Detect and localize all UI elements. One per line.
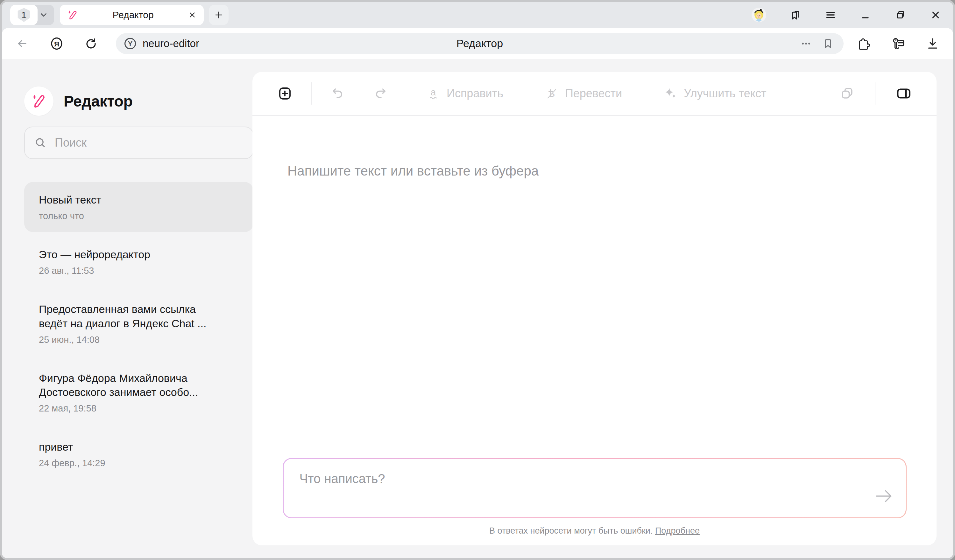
app-title: Редактор — [64, 92, 132, 110]
history-item-time: 26 авг., 11:53 — [39, 265, 239, 276]
history-item-title: Это — нейроредактор — [39, 247, 219, 262]
page-title: Редактор — [116, 37, 844, 50]
extensions-puzzle-icon[interactable] — [858, 37, 872, 51]
toolbar-divider — [311, 83, 312, 105]
search-icon — [34, 136, 47, 150]
reload-icon[interactable] — [84, 37, 98, 51]
history-list: Новый текст только что Это — нейроредакт… — [24, 182, 254, 484]
editor-card: а Исправить ѣ Перевести — [252, 72, 936, 545]
learn-more-link[interactable]: Подробнее — [655, 526, 700, 535]
redo-button[interactable] — [373, 86, 388, 101]
ai-disclaimer: В ответах нейросети могут быть ошибки. П… — [489, 526, 700, 536]
search-input[interactable] — [54, 136, 244, 150]
translate-label: Перевести — [565, 87, 622, 100]
history-item-time: 24 февр., 14:29 — [39, 458, 239, 468]
app-logo — [24, 86, 53, 116]
tab-strip: 1 Редактор — [2, 2, 953, 28]
translate-button[interactable]: ѣ Перевести — [545, 86, 622, 100]
svg-text:Я: Я — [54, 40, 59, 48]
panel-toggle-icon — [896, 86, 912, 101]
improve-text-label: Улучшить текст — [684, 87, 766, 100]
tab-close-icon[interactable] — [188, 11, 197, 19]
prompt-input[interactable] — [299, 471, 867, 509]
browser-window: 1 Редактор — [0, 0, 955, 560]
bookmarks-panel-icon[interactable] — [789, 9, 802, 21]
undo-button[interactable] — [330, 86, 345, 101]
page-content: Редактор Новый текст только что Это — не… — [2, 59, 953, 558]
new-tab-button[interactable] — [209, 5, 229, 25]
history-item[interactable]: Это — нейроредактор 26 авг., 11:53 — [24, 237, 254, 287]
send-arrow-icon[interactable] — [873, 485, 894, 507]
tab-group-control: 1 — [10, 5, 54, 25]
prompt-section: В ответах нейросети могут быть ошибки. П… — [252, 458, 936, 545]
magic-pencil-icon — [67, 9, 78, 21]
redo-icon — [373, 86, 388, 101]
sparkles-icon — [664, 86, 678, 100]
chevron-down-icon — [39, 10, 49, 20]
tab-title: Редактор — [78, 9, 188, 20]
history-item-title: привет — [39, 440, 219, 454]
minimize-icon[interactable] — [860, 9, 872, 21]
tab-count-badge: 1 — [17, 8, 31, 22]
toolbar-divider — [875, 83, 875, 105]
close-window-icon[interactable] — [930, 9, 942, 21]
editor-placeholder: Напишите текст или вставьте из буфера — [288, 164, 902, 179]
new-document-button[interactable] — [277, 86, 293, 101]
disclaimer-text: В ответах нейросети могут быть ошибки. — [489, 526, 653, 535]
history-item-time: 25 июн., 14:08 — [39, 335, 239, 345]
menu-icon[interactable] — [825, 9, 837, 21]
magic-pencil-icon — [31, 93, 47, 109]
sidebar: Редактор Новый текст только что Это — не… — [24, 59, 254, 558]
back-icon[interactable] — [15, 37, 29, 50]
history-item[interactable]: Новый текст только что — [24, 182, 254, 232]
prompt-input-border — [283, 458, 906, 518]
browser-tab-active[interactable]: Редактор — [60, 5, 204, 25]
editor-toolbar: а Исправить ѣ Перевести — [252, 72, 936, 116]
history-item-time: 22 мая, 19:58 — [39, 403, 239, 414]
history-item-title: Фигура Фёдора Михайловича Достоевского з… — [39, 371, 219, 400]
restore-window-icon[interactable] — [894, 9, 906, 21]
spellcheck-icon: а — [426, 86, 440, 100]
history-item-title: Предоставленная вами ссылка ведёт на диа… — [39, 302, 219, 331]
search-box[interactable] — [24, 126, 254, 159]
tab-count: 1 — [21, 9, 27, 20]
more-actions-icon[interactable] — [800, 37, 813, 50]
improve-text-button[interactable]: Улучшить текст — [664, 86, 766, 100]
bookmark-icon[interactable] — [822, 37, 834, 50]
fix-text-button[interactable]: а Исправить — [426, 86, 503, 100]
fix-text-label: Исправить — [447, 87, 503, 100]
password-manager-icon[interactable] — [891, 36, 906, 51]
history-item-title: Новый текст — [39, 193, 219, 207]
url-field[interactable]: Y neuro-editor Редактор — [116, 33, 844, 54]
app-brand: Редактор — [24, 86, 254, 116]
svg-text:ѣ: ѣ — [548, 87, 555, 99]
translate-icon: ѣ — [545, 86, 559, 100]
history-item[interactable]: привет 24 февр., 14:29 — [24, 429, 254, 479]
plus-icon — [214, 10, 224, 20]
new-document-icon — [277, 86, 293, 101]
panel-toggle-button[interactable] — [896, 86, 912, 101]
address-bar: Я Y neuro-editor Редактор — [2, 28, 953, 59]
yandex-home-icon[interactable]: Я — [49, 36, 64, 51]
history-item[interactable]: Предоставленная вами ссылка ведёт на диа… — [24, 291, 254, 356]
undo-icon — [330, 86, 345, 101]
downloads-icon[interactable] — [926, 37, 940, 51]
history-item-time: только что — [39, 211, 239, 222]
history-item[interactable]: Фигура Фёдора Михайловича Достоевского з… — [24, 360, 254, 425]
copy-icon — [840, 86, 855, 101]
svg-text:а: а — [431, 87, 436, 97]
prompt-input-box[interactable] — [283, 459, 906, 517]
avatar[interactable] — [751, 7, 767, 23]
copy-button[interactable] — [840, 86, 855, 101]
editor-area[interactable]: Напишите текст или вставьте из буфера — [252, 116, 936, 458]
tab-count-button[interactable]: 1 — [10, 5, 38, 25]
